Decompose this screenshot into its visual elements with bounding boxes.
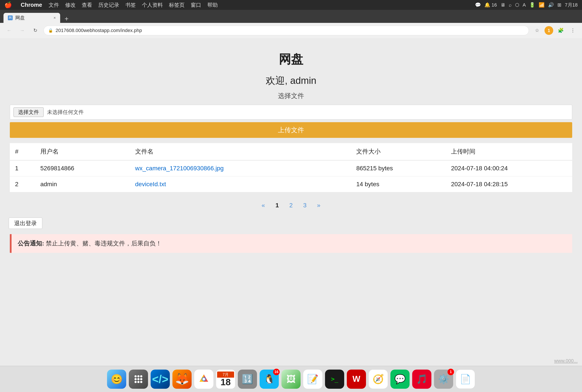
- svg-point-6: [135, 381, 137, 383]
- dock-firefox[interactable]: 🦊: [172, 370, 192, 389]
- choose-file-btn[interactable]: 选择文件: [14, 107, 44, 117]
- extension-icon[interactable]: 1: [544, 26, 553, 35]
- menu-bar: 🍎 Chrome 文件 修改 查看 历史记录 书签 个人资料 标签页 窗口 帮助…: [0, 0, 582, 10]
- dock-qq[interactable]: 🐧 16: [260, 370, 279, 389]
- svg-point-2: [140, 375, 142, 378]
- file-input-row: 选择文件 未选择任何文件: [10, 105, 572, 120]
- dock-launchpad[interactable]: [129, 370, 148, 389]
- cell-user: admin: [35, 176, 130, 192]
- col-header-time: 上传时间: [446, 143, 572, 160]
- active-tab[interactable]: 网 网盘 ×: [4, 13, 60, 23]
- nav-right-icons: ☆ 1 🧩 ⋮: [532, 26, 578, 35]
- battery-icon[interactable]: 🔋: [529, 2, 535, 8]
- pagination-prev[interactable]: «: [258, 200, 268, 210]
- bluetooth-icon[interactable]: ⬡: [515, 2, 519, 8]
- pagination-page-3[interactable]: 3: [300, 200, 310, 210]
- dock-wps[interactable]: W: [347, 370, 366, 389]
- notification-icon[interactable]: 🔔 16: [484, 2, 497, 8]
- menu-tabs[interactable]: 标签页: [169, 2, 185, 8]
- app-name[interactable]: Chrome: [21, 2, 42, 8]
- pagination-next[interactable]: »: [314, 200, 324, 210]
- menu-bookmarks[interactable]: 书签: [125, 2, 136, 8]
- address-bar[interactable]: 🔒 2017608.000webhostapp.com/index.php: [44, 26, 529, 35]
- cell-num: 2: [10, 176, 35, 192]
- notice-box: 公告通知: 禁止上传黄、赌、毒违规文件，后果自负！: [10, 234, 572, 253]
- cell-size: 865215 bytes: [351, 160, 446, 176]
- cell-user: 5269814866: [35, 160, 130, 176]
- menu-window[interactable]: 窗口: [191, 2, 201, 8]
- dock-wechat[interactable]: 💬: [390, 370, 410, 389]
- svg-point-8: [140, 381, 142, 383]
- col-header-filename: 文件名: [130, 143, 351, 160]
- wifi-icon[interactable]: 📶: [539, 2, 544, 8]
- ime-icon[interactable]: A: [523, 2, 526, 8]
- svg-point-5: [140, 378, 142, 380]
- no-file-selected-text: 未选择任何文件: [47, 109, 84, 116]
- pagination-page-2[interactable]: 2: [286, 200, 296, 210]
- pagination-page-1[interactable]: 1: [272, 200, 282, 210]
- dock-finder[interactable]: 😊: [107, 370, 126, 389]
- security-lock-icon: 🔒: [48, 28, 53, 33]
- file-table: # 用户名 文件名 文件大小 上传时间 1 5269814866 wx_came…: [10, 143, 572, 192]
- notice-prefix: 公告通知:: [18, 240, 44, 247]
- apple-menu[interactable]: 🍎: [4, 1, 12, 8]
- col-header-num: #: [10, 143, 35, 160]
- new-tab-btn[interactable]: +: [61, 15, 72, 23]
- bookmark-btn[interactable]: ☆: [532, 26, 542, 35]
- logout-btn[interactable]: 退出登录: [9, 218, 42, 229]
- dock-settings[interactable]: ⚙️ 1: [434, 370, 453, 389]
- dock-terminal[interactable]: >_: [325, 370, 344, 389]
- dock-vscode[interactable]: </>: [151, 370, 170, 389]
- dock-docs[interactable]: 📄: [456, 370, 475, 389]
- page-title: 网盘: [279, 51, 303, 68]
- spotlight-icon[interactable]: ⌕: [509, 2, 512, 8]
- col-header-user: 用户名: [35, 143, 130, 160]
- url-text[interactable]: 2017608.000webhostapp.com/index.php: [56, 28, 142, 33]
- svg-point-4: [137, 378, 140, 380]
- svg-point-0: [135, 375, 137, 378]
- select-file-label: 选择文件: [278, 92, 304, 100]
- dock-textedit[interactable]: 📝: [303, 370, 322, 389]
- cell-filename[interactable]: deviceId.txt: [130, 176, 351, 192]
- dock-netease[interactable]: 🎵: [412, 370, 431, 389]
- menu-edit[interactable]: 修改: [65, 2, 76, 8]
- menu-profile[interactable]: 个人资料: [142, 2, 163, 8]
- table-row: 1 5269814866 wx_camera_1721006930866.jpg…: [10, 160, 572, 176]
- menu-help[interactable]: 帮助: [207, 2, 218, 8]
- dock-calendar[interactable]: 7月 18: [216, 370, 235, 389]
- svg-point-12: [202, 378, 205, 380]
- dock: 😊 </> 🦊 7月 18 🔢 🐧 16 🖼 📝: [0, 366, 582, 392]
- tab-label: 网盘: [15, 14, 25, 21]
- pagination: « 1 2 3 »: [258, 198, 324, 213]
- upload-btn[interactable]: 上传文件: [10, 122, 572, 138]
- reload-btn[interactable]: ↻: [31, 26, 40, 35]
- volume-icon[interactable]: 🔊: [548, 2, 554, 8]
- cell-time: 2024-07-18 04:00:24: [446, 160, 572, 176]
- col-header-size: 文件大小: [351, 143, 446, 160]
- nav-bar: ← → ↻ 🔒 2017608.000webhostapp.com/index.…: [0, 23, 582, 38]
- menu-view[interactable]: 查看: [82, 2, 92, 8]
- dock-preview[interactable]: 🖼: [281, 370, 301, 389]
- menu-right-icons: 💬 🔔 16 🖥 ⌕ ⬡ A 🔋 📶 🔊 ⊞ 7月18: [475, 2, 578, 8]
- control-center-icon[interactable]: ⊞: [557, 2, 561, 8]
- extensions-btn[interactable]: 🧩: [556, 26, 565, 35]
- dock-calculator[interactable]: 🔢: [238, 370, 257, 389]
- browser-chrome: 网 网盘 × + ← → ↻ 🔒 2017608.000webhostapp.c…: [0, 10, 582, 38]
- cell-size: 14 bytes: [351, 176, 446, 192]
- tab-favicon: 网: [8, 16, 13, 20]
- display-icon[interactable]: 🖥: [500, 2, 505, 8]
- menu-file[interactable]: 文件: [49, 2, 59, 8]
- cell-filename[interactable]: wx_camera_1721006930866.jpg: [130, 160, 351, 176]
- tab-close-btn[interactable]: ×: [53, 16, 56, 20]
- notice-text: 禁止上传黄、赌、毒违规文件，后果自负！: [46, 240, 162, 247]
- content-area: 网盘 欢迎, admin 选择文件 选择文件 未选择任何文件 上传文件 # 用户…: [0, 38, 582, 366]
- dock-safari[interactable]: 🧭: [369, 370, 388, 389]
- wechat-menubar-icon: 💬: [475, 2, 481, 8]
- more-menu-btn[interactable]: ⋮: [568, 26, 578, 35]
- forward-btn[interactable]: →: [18, 26, 27, 35]
- back-btn[interactable]: ←: [4, 26, 14, 35]
- svg-point-3: [135, 378, 137, 380]
- menu-history[interactable]: 历史记录: [98, 2, 119, 8]
- dock-chrome[interactable]: [194, 370, 213, 389]
- menu-items: 文件 修改 查看 历史记录 书签 个人资料 标签页 窗口 帮助: [49, 2, 218, 8]
